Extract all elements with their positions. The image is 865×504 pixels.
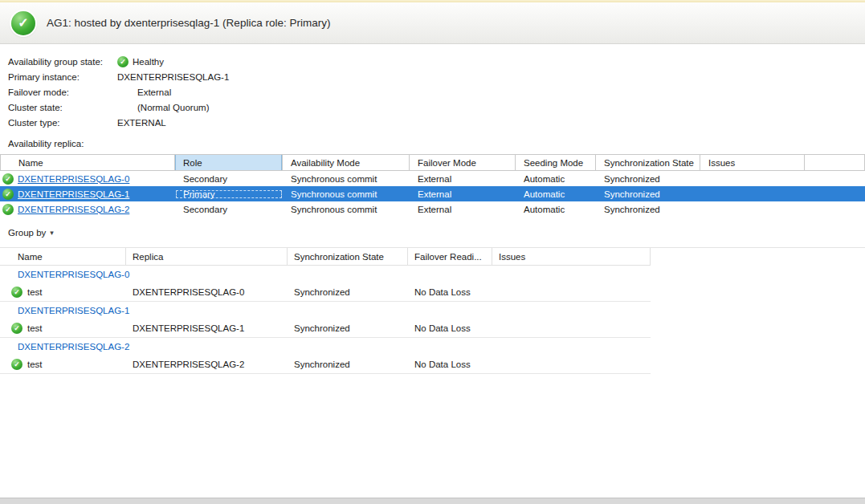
summary-value-text: (Normal Quorum) [117,103,209,112]
column-header-name[interactable]: Name [0,155,175,170]
column-header-name[interactable]: Name [0,248,126,265]
database-name: test [27,323,43,333]
database-row[interactable]: test DXENTERPRISESQLAG-1 Synchronized No… [0,319,651,338]
dashboard-header: AG1: hosted by dxenterprisesqlag-1 (Repl… [0,2,865,44]
chevron-down-icon [50,229,54,237]
column-header-issues[interactable]: Issues [700,155,805,170]
summary-value-text: External [117,87,171,97]
summary-value-text: EXTERNAL [117,118,166,128]
database-name: test [27,360,43,369]
cell-seeding-mode: Automatic [516,174,596,184]
cell-synchronization-state: Synchronized [596,174,700,184]
cell-replica: DXENTERPRISESQLAG-2 [126,360,288,369]
cell-synchronization-state: Synchronized [596,189,700,199]
database-row[interactable]: test DXENTERPRISESQLAG-2 Synchronized No… [0,356,651,374]
column-header-issues[interactable]: Issues [492,248,651,265]
summary-label: Failover mode: [8,87,117,97]
database-status-icon [11,287,22,298]
replica-row-selected[interactable]: DXENTERPRISESQLAG-1 Primary Synchronous … [0,186,865,201]
cell-name: DXENTERPRISESQLAG-0 [0,173,175,185]
cell-failover-readiness: No Data Loss [408,323,492,333]
cell-synchronization-state: Synchronized [288,360,408,369]
summary-label: Cluster state: [8,103,117,112]
summary-row: Primary instance: DXENTERPRISESQLAG-1 [8,69,865,84]
replica-row[interactable]: DXENTERPRISESQLAG-2 Secondary Synchronou… [0,201,865,217]
cell-name: DXENTERPRISESQLAG-2 [0,204,175,215]
group-by-label: Group by [8,228,46,238]
summary-row: Availability group state: Healthy [8,54,865,69]
database-row[interactable]: test DXENTERPRISESQLAG-0 Synchronized No… [0,283,651,302]
cell-failover-mode: External [410,205,516,214]
database-name: test [27,287,43,297]
availability-replica-label: Availability replica: [8,139,865,148]
replica-table-header: Name Role Availability Mode Failover Mod… [0,154,865,171]
cell-role: Secondary [175,205,283,214]
database-status-icon [11,359,22,370]
column-header-seeding-mode[interactable]: Seeding Mode [516,155,596,170]
cell-synchronization-state: Synchronized [596,205,700,214]
cell-failover-readiness: No Data Loss [408,287,492,297]
database-table-header: Name Replica Synchronization State Failo… [0,248,651,266]
column-header-failover-mode[interactable]: Failover Mode [410,155,516,170]
database-group-header[interactable]: DXENTERPRISESQLAG-0 [0,266,865,283]
summary-value-text: DXENTERPRISESQLAG-1 [117,72,229,82]
replica-status-icon [2,173,14,185]
cell-replica: DXENTERPRISESQLAG-0 [126,287,288,297]
database-table: Name Replica Synchronization State Failo… [0,247,865,374]
group-by-dropdown[interactable]: Group by [8,228,54,238]
healthy-status-icon [11,11,35,35]
column-header-failover-readiness[interactable]: Failover Readi... [408,248,492,265]
database-group-header[interactable]: DXENTERPRISESQLAG-1 [0,302,865,319]
summary-row: Failover mode: External [8,84,865,100]
replica-name-link[interactable]: DXENTERPRISESQLAG-2 [18,205,129,214]
column-header-filler [805,155,865,170]
column-header-availability-mode[interactable]: Availability Mode [283,155,410,170]
replica-name-link[interactable]: DXENTERPRISESQLAG-0 [18,174,129,184]
cell-name: test [0,287,126,298]
column-header-replica[interactable]: Replica [126,248,288,265]
cell-seeding-mode: Automatic [516,205,596,214]
cell-failover-mode: External [410,189,516,199]
cell-synchronization-state: Synchronized [288,323,408,333]
cell-role: Primary [175,189,283,199]
summary-row: Cluster state: (Normal Quorum) [8,100,865,115]
ag-summary: Availability group state: Healthy Primar… [0,44,865,130]
summary-value: Healthy [117,56,164,67]
healthy-check-icon [117,56,129,67]
replica-status-icon [2,204,14,215]
replica-status-icon [2,189,14,200]
summary-value-text: Healthy [133,57,164,67]
cell-failover-mode: External [410,174,516,184]
summary-label: Availability group state: [8,57,117,67]
cell-availability-mode: Synchronous commit [283,205,410,214]
bottom-status-strip [0,498,865,504]
cell-failover-readiness: No Data Loss [408,360,492,369]
column-header-role[interactable]: Role [175,155,283,170]
cell-availability-mode: Synchronous commit [283,174,410,184]
summary-row: Cluster type: EXTERNAL [8,115,865,130]
cell-name: test [0,359,126,370]
replica-name-link[interactable]: DXENTERPRISESQLAG-1 [18,189,129,199]
cell-availability-mode: Synchronous commit [283,189,410,199]
replica-row[interactable]: DXENTERPRISESQLAG-0 Secondary Synchronou… [0,171,865,186]
cell-role: Secondary [175,174,283,184]
database-status-icon [11,323,22,334]
cell-name: DXENTERPRISESQLAG-1 [0,189,175,200]
cell-synchronization-state: Synchronized [288,287,408,297]
cell-seeding-mode: Automatic [516,189,596,199]
column-header-synchronization-state[interactable]: Synchronization State [596,155,700,170]
cell-replica: DXENTERPRISESQLAG-1 [126,323,288,333]
column-header-synchronization-state[interactable]: Synchronization State [288,248,408,265]
database-group-header[interactable]: DXENTERPRISESQLAG-2 [0,338,865,356]
ag-dashboard: AG1: hosted by dxenterprisesqlag-1 (Repl… [0,0,865,504]
cell-name: test [0,323,126,334]
summary-label: Primary instance: [8,72,117,82]
page-title: AG1: hosted by dxenterprisesqlag-1 (Repl… [47,17,330,29]
replica-table: Name Role Availability Mode Failover Mod… [0,154,865,217]
summary-label: Cluster type: [8,118,117,128]
